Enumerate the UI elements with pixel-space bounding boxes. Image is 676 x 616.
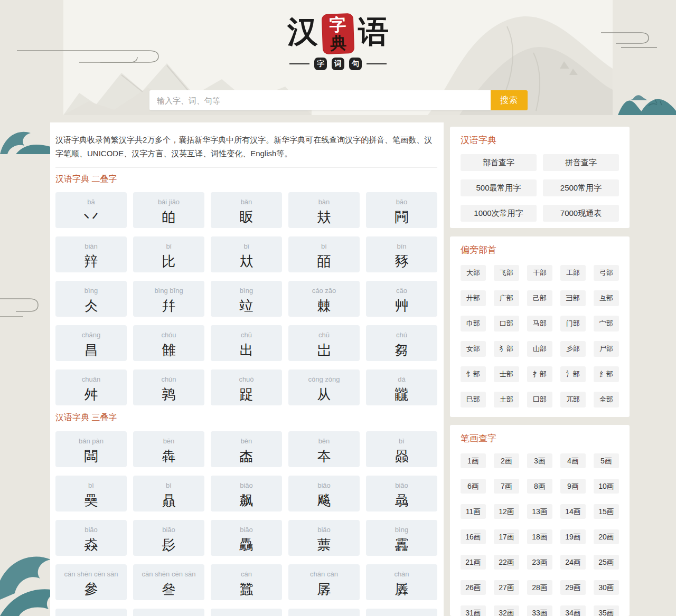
stroke-count-button[interactable]: 11画 xyxy=(461,504,486,519)
radical-button[interactable]: 彐部 xyxy=(560,290,586,306)
stroke-count-button[interactable]: 5画 xyxy=(594,453,619,468)
radical-button[interactable]: 饣部 xyxy=(461,366,486,382)
char-card[interactable]: chún 鹑 xyxy=(133,369,204,405)
stroke-count-button[interactable]: 22画 xyxy=(494,555,519,570)
stroke-count-button[interactable]: 26画 xyxy=(461,580,486,595)
dictionary-lookup-button[interactable]: 2500常用字 xyxy=(543,179,619,196)
char-card[interactable]: chāng 昌 xyxy=(55,325,127,361)
char-card[interactable]: chán càn 孱 xyxy=(288,564,360,600)
stroke-count-button[interactable]: 29画 xyxy=(560,580,586,595)
search-button[interactable]: 搜索 xyxy=(491,90,528,110)
stroke-count-button[interactable]: 25画 xyxy=(594,555,619,570)
radical-button[interactable]: 宀部 xyxy=(594,316,619,331)
radical-button[interactable]: 门部 xyxy=(560,316,586,331)
char-card[interactable]: běn 楍 xyxy=(211,431,282,467)
stroke-count-button[interactable]: 18画 xyxy=(527,529,552,544)
stroke-count-button[interactable]: 3画 xyxy=(527,453,552,468)
stroke-count-button[interactable]: 7画 xyxy=(494,479,519,494)
radical-button[interactable]: 囗部 xyxy=(527,392,552,407)
char-card[interactable]: cháng xyxy=(366,609,437,616)
dictionary-lookup-button[interactable]: 1000次常用字 xyxy=(461,205,537,222)
stroke-count-button[interactable]: 35画 xyxy=(594,605,619,616)
stroke-count-button[interactable]: 14画 xyxy=(560,504,586,519)
char-card[interactable]: bǎn pàn 闆 xyxy=(55,431,127,467)
radical-button[interactable]: 大部 xyxy=(461,265,486,281)
char-card[interactable]: chà chà xyxy=(55,609,127,616)
radical-button[interactable]: 彑部 xyxy=(594,290,619,306)
char-card[interactable]: dá 龖 xyxy=(366,369,437,405)
char-card[interactable]: biàn 辡 xyxy=(55,236,127,272)
stroke-count-button[interactable]: 24画 xyxy=(560,555,586,570)
char-card[interactable]: biāo 飙 xyxy=(211,476,282,511)
char-card[interactable]: chuò 踀 xyxy=(211,369,282,405)
stroke-count-button[interactable]: 19画 xyxy=(560,529,586,544)
dictionary-lookup-button[interactable]: 拼音查字 xyxy=(543,154,619,171)
stroke-count-button[interactable]: 4画 xyxy=(560,453,586,468)
stroke-count-button[interactable]: 20画 xyxy=(594,529,619,544)
stroke-count-button[interactable]: 32画 xyxy=(494,605,519,616)
char-card[interactable]: biāo 飚 xyxy=(288,476,360,511)
stroke-count-button[interactable]: 16画 xyxy=(461,529,486,544)
stroke-count-button[interactable]: 21画 xyxy=(461,555,486,570)
radical-button[interactable]: 土部 xyxy=(494,392,519,407)
char-card[interactable]: cǎo 艸 xyxy=(366,281,437,317)
char-card[interactable]: bì 贔 xyxy=(133,476,204,511)
char-card[interactable]: biāo 髟 xyxy=(133,520,204,556)
radical-button[interactable]: 廾部 xyxy=(461,290,486,306)
radical-button[interactable]: 马部 xyxy=(527,316,552,331)
radical-button[interactable]: 兀部 xyxy=(560,392,586,407)
char-card[interactable]: bì 赑 xyxy=(366,431,437,467)
stroke-count-button[interactable]: 34画 xyxy=(560,605,586,616)
dictionary-lookup-button[interactable]: 部首查字 xyxy=(461,154,537,171)
radical-button[interactable]: 尸部 xyxy=(594,341,619,357)
radical-button[interactable]: 干部 xyxy=(527,265,552,281)
stroke-count-button[interactable]: 31画 xyxy=(461,605,486,616)
char-card[interactable]: běn 夲 xyxy=(288,431,360,467)
char-card[interactable]: chū 出 xyxy=(211,325,282,361)
radical-button[interactable]: 女部 xyxy=(461,341,486,357)
char-card[interactable]: biǎo 蔈 xyxy=(288,520,360,556)
radical-button[interactable]: 飞部 xyxy=(494,265,519,281)
char-card[interactable]: bái jiǎo 㿟 xyxy=(133,192,204,228)
radical-button[interactable]: 弓部 xyxy=(594,265,619,281)
stroke-count-button[interactable]: 6画 xyxy=(461,479,486,494)
stroke-count-button[interactable]: 9画 xyxy=(560,479,586,494)
stroke-count-button[interactable]: 28画 xyxy=(527,580,552,595)
radical-button[interactable]: 口部 xyxy=(494,316,519,331)
radical-button[interactable]: 工部 xyxy=(560,265,586,281)
radical-button[interactable]: 纟部 xyxy=(594,366,619,382)
stroke-count-button[interactable]: 8画 xyxy=(527,479,552,494)
stroke-count-button[interactable]: 1画 xyxy=(461,453,486,468)
char-card[interactable]: bìng bīng 幷 xyxy=(133,281,204,317)
stroke-count-button[interactable]: 17画 xyxy=(494,529,519,544)
char-card[interactable]: chēng xyxy=(211,609,282,616)
radical-button[interactable]: 巾部 xyxy=(461,316,486,331)
char-card[interactable]: bǐ 比 xyxy=(133,236,204,272)
site-logo[interactable]: 汉 字 典 语 字词句 xyxy=(286,14,390,70)
search-input[interactable] xyxy=(149,90,491,110)
radical-button[interactable]: 巳部 xyxy=(461,392,486,407)
stroke-count-button[interactable]: 2画 xyxy=(494,453,519,468)
char-card[interactable]: bāo 闁 xyxy=(366,192,437,228)
char-card[interactable]: bēn 犇 xyxy=(133,431,204,467)
char-card[interactable]: bì 皕 xyxy=(288,236,360,272)
stroke-count-button[interactable]: 13画 xyxy=(527,504,552,519)
char-card[interactable]: bìng 靐 xyxy=(366,520,437,556)
char-card[interactable]: chàn 羼 xyxy=(366,564,437,600)
char-card[interactable]: bìng 仌 xyxy=(55,281,127,317)
radical-button[interactable]: 犭部 xyxy=(494,341,519,357)
char-card[interactable]: chú 芻 xyxy=(366,325,437,361)
dictionary-lookup-button[interactable]: 500最常用字 xyxy=(461,179,537,196)
char-card[interactable]: bīn 豩 xyxy=(366,236,437,272)
char-card[interactable]: bǎn 眅 xyxy=(211,192,282,228)
char-card[interactable]: bàn 㚘 xyxy=(288,192,360,228)
char-card[interactable]: cān shēn cēn sān 叄 xyxy=(133,564,204,600)
char-card[interactable]: chuǎn 舛 xyxy=(55,369,127,405)
char-card[interactable]: biāo 骉 xyxy=(366,476,437,511)
radical-button[interactable]: 己部 xyxy=(527,290,552,306)
radical-button[interactable]: 士部 xyxy=(494,366,519,382)
radical-button[interactable]: 广部 xyxy=(494,290,519,306)
char-card[interactable]: bǐ 夶 xyxy=(211,236,282,272)
char-card[interactable]: bìng 竝 xyxy=(211,281,282,317)
stroke-count-button[interactable]: 15画 xyxy=(594,504,619,519)
